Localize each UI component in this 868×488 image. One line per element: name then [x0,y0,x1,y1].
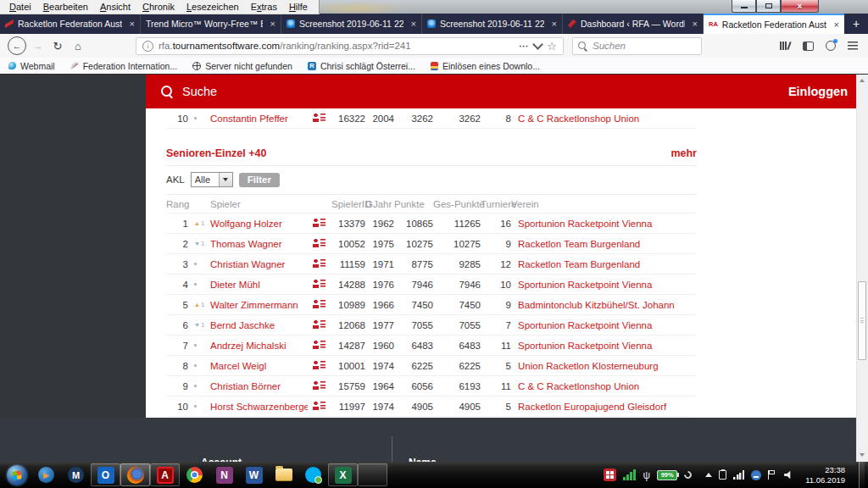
flag-tray-icon[interactable] [768,470,777,480]
skype-taskbar-button[interactable] [298,463,328,486]
menu-item-chronik[interactable]: Chronik [136,1,181,13]
menu-item-bearbeiten[interactable]: Bearbeiten [37,1,94,13]
club-link[interactable]: C & C Racketlonshop Union [511,381,697,391]
menu-hamburger-icon[interactable] [848,42,858,50]
menu-item-hilfe[interactable]: Hilfe [283,1,314,13]
taskbar-clock[interactable]: 23:38 11.06.2019 [805,465,845,485]
club-link[interactable]: Sportunion Racketpoint Vienna [511,280,697,290]
sidebar-icon[interactable] [803,42,814,51]
player-profile-icon[interactable] [308,113,331,124]
player-profile-icon[interactable] [308,340,331,351]
login-link[interactable]: Einloggen [788,85,848,98]
site-info-icon[interactable]: i [142,41,153,52]
tab-close-icon[interactable]: × [689,19,698,29]
player-name-link[interactable]: Thomas Wagner [210,239,308,249]
player-name-link[interactable]: Marcel Weigl [210,361,308,371]
tab-close-icon[interactable]: × [408,19,416,29]
club-link[interactable]: Union Racketlon Klosterneuburg [511,361,697,371]
player-name-link[interactable]: Constantin Pfeffer [210,114,308,124]
wireless-tray-icon[interactable]: ψ [643,470,651,480]
onenote-taskbar-button[interactable]: N [209,463,239,486]
action-center-tray-icon[interactable] [719,470,726,480]
player-profile-icon[interactable] [308,299,331,310]
akl-select[interactable]: Alle [191,172,233,187]
signal-bars-tray-icon[interactable] [623,469,637,480]
tab-close-icon[interactable]: × [267,19,275,29]
bookmark-item[interactable]: Server nicht gefunden [192,61,292,71]
chrome-taskbar-button[interactable] [180,463,209,486]
player-name-link[interactable]: Christian Börner [210,381,308,391]
player-profile-icon[interactable] [308,238,331,249]
pocket-icon[interactable] [532,39,543,50]
player-name-link[interactable]: Wolfgang Holzer [210,219,308,229]
browser-tab-1[interactable]: Racketlon Federation Austria× [0,14,141,34]
player-profile-icon[interactable] [308,360,331,371]
minimize-button[interactable] [732,0,756,13]
bookmark-item[interactable]: Federation Internation... [70,61,178,71]
scrollbar-thumb[interactable] [858,281,866,360]
player-profile-icon[interactable] [308,319,331,330]
bookmark-star-icon[interactable]: ☆ [547,40,557,53]
player-name-link[interactable]: Bernd Jaschke [210,320,308,330]
url-bar[interactable]: i rfa.tournamentsoftware.com/ranking/ran… [136,37,564,55]
back-button[interactable]: ← [7,36,27,56]
media-player-taskbar-button[interactable]: ▶ [31,463,61,486]
tab-close-icon[interactable]: × [548,19,557,29]
start-taskbar-button[interactable] [2,463,31,486]
tab-close-icon[interactable]: × [126,19,135,29]
club-link[interactable]: Racketlon Team Burgenland [511,239,697,249]
red-grid-tray-icon[interactable] [604,469,616,481]
ie-taskbar-button[interactable] [358,463,387,486]
browser-tab-5[interactable]: Dashboard ‹ RFA — WordPress× [563,14,704,34]
player-profile-icon[interactable] [308,218,331,229]
player-profile-icon[interactable] [308,279,331,290]
word-taskbar-button[interactable]: W [239,463,269,486]
browser-tab-2[interactable]: Trend Micro™ Worry-Free™ Busine× [141,14,281,34]
browser-tab-6[interactable]: RARacketlon Federation Austria× [704,14,844,34]
home-button[interactable]: ⌂ [68,36,88,56]
close-button[interactable]: × [781,0,819,13]
new-tab-button[interactable]: + [844,14,868,34]
outlook-taskbar-button[interactable]: O [91,463,120,486]
menu-item-ansicht[interactable]: Ansicht [94,1,136,13]
trend-micro-tray-icon[interactable] [751,470,761,480]
site-search-label[interactable]: Suche [182,85,217,98]
player-name-link[interactable]: Horst Schwarzenberger [210,402,308,412]
site-search-icon[interactable] [161,86,173,97]
club-link[interactable]: C & C Racketlonshop Union [511,114,697,124]
club-link[interactable]: Racketlon Europajugend Gleisdorf [511,402,697,412]
more-link[interactable]: mehr [670,147,697,159]
menu-item-lesezeichen[interactable]: Lesezeichen [181,1,245,13]
player-name-link[interactable]: Christian Wagner [210,259,308,269]
tab-close-icon[interactable]: × [831,19,839,30]
player-profile-icon[interactable] [308,380,331,391]
network-tray-icon[interactable] [733,470,744,480]
player-profile-icon[interactable] [308,258,331,269]
club-link[interactable]: Sportunion Racketpoint Vienna [511,219,697,229]
club-link[interactable]: Sportunion Racketpoint Vienna [511,341,697,351]
browser-scrollbar[interactable] [856,75,868,462]
bookmark-item[interactable]: Einlösen eines Downlo... [431,61,540,71]
excel-taskbar-button[interactable]: X [328,463,358,486]
menu-item-extras[interactable]: Extras [245,1,283,13]
show-desktop-button[interactable] [859,462,865,488]
maximize-button[interactable] [756,0,781,13]
scroll-up-arrow[interactable] [860,79,865,82]
player-name-link[interactable]: Andrzej Michalski [210,341,308,351]
menu-item-datei[interactable]: Datei [3,1,37,13]
club-link[interactable]: Sportunion Racketpoint Vienna [511,320,697,330]
select-dropdown-button[interactable] [219,173,232,186]
account-icon[interactable] [826,41,836,51]
club-link[interactable]: Racketlon Team Burgenland [511,259,697,269]
bookmark-item[interactable]: Webmail [8,61,55,71]
search-bar[interactable]: Suchen [572,37,702,55]
page-actions-icon[interactable]: ⋯ [519,41,529,52]
acrobat-taskbar-button[interactable]: A [150,463,180,486]
battery-tray-icon[interactable]: 99% [657,470,677,480]
volume-tray-icon[interactable] [784,471,793,480]
player-name-link[interactable]: Dieter Mühl [210,280,308,290]
browser-tab-4[interactable]: Screenshot 2019-06-11 22.52.0× [422,14,563,34]
hidden-icons-tray-icon[interactable] [705,473,712,477]
player-profile-icon[interactable] [308,401,331,412]
player-name-link[interactable]: Walter Zimmermann [210,300,308,310]
